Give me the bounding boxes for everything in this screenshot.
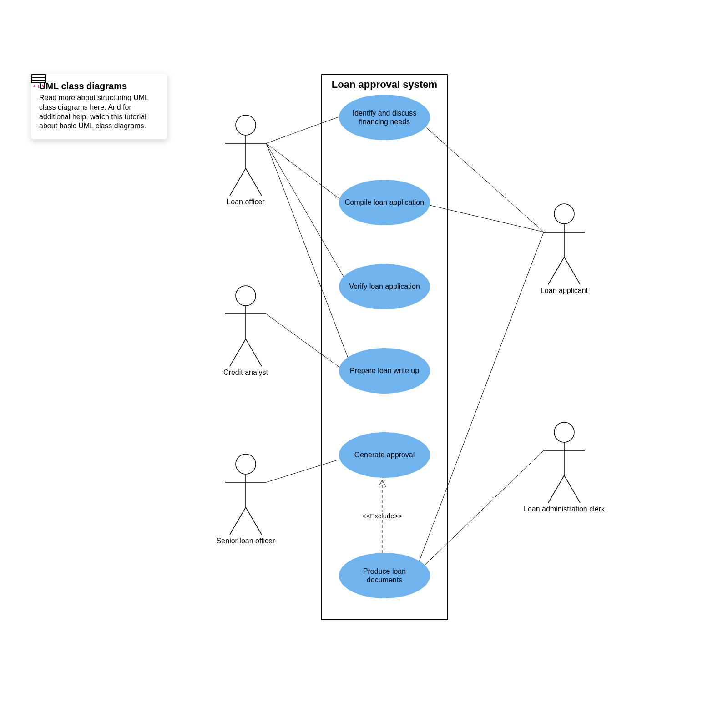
actor-loan-officer-figure — [225, 115, 266, 196]
svg-line-8 — [230, 339, 246, 366]
svg-point-5 — [236, 286, 256, 306]
usecase-verify-application: Verify loan application — [339, 264, 430, 309]
svg-point-0 — [236, 115, 256, 135]
svg-point-20 — [554, 422, 574, 442]
usecase-identify-discuss: Identify and discuss financing needs — [339, 95, 430, 140]
svg-line-18 — [548, 257, 564, 284]
usecase-compile-application: Compile loan application — [339, 180, 430, 225]
usecase-generate-approval: Generate approval — [339, 432, 430, 478]
svg-line-9 — [246, 339, 262, 366]
usecase-prepare-writeup: Prepare loan write up — [339, 348, 430, 394]
callout-body: Read more about structuring UML class di… — [39, 93, 159, 131]
svg-line-14 — [246, 507, 262, 535]
actor-loan-applicant-figure — [544, 204, 585, 284]
callout-title: UML class diagrams — [39, 81, 127, 91]
system-title: Loan approval system — [322, 79, 447, 91]
svg-line-13 — [230, 507, 246, 535]
info-callout-card: UML class diagrams Read more about struc… — [31, 74, 167, 139]
svg-line-23 — [548, 475, 564, 503]
svg-line-19 — [564, 257, 580, 284]
edge-label-exclude: <<Exclude>> — [362, 512, 402, 520]
actor-label-loan-admin-clerk: Loan administration clerk — [514, 505, 614, 513]
svg-rect-29 — [32, 80, 46, 83]
actor-credit-analyst-figure — [225, 286, 266, 366]
svg-point-15 — [554, 204, 574, 224]
svg-line-30 — [34, 85, 35, 87]
actor-label-loan-applicant: Loan applicant — [541, 287, 588, 295]
svg-line-24 — [564, 475, 580, 503]
actor-label-loan-officer: Loan officer — [227, 198, 264, 206]
actor-senior-loan-officer-figure — [225, 454, 266, 535]
svg-line-32 — [42, 85, 44, 87]
system-boundary: Loan approval system — [321, 74, 448, 620]
svg-line-3 — [230, 168, 246, 196]
svg-line-4 — [246, 168, 262, 196]
usecase-produce-documents: Produce loan documents — [339, 553, 430, 598]
actor-label-senior-loan-officer: Senior loan officer — [217, 537, 275, 545]
actor-label-credit-analyst: Credit analyst — [223, 369, 268, 377]
actor-loan-admin-clerk-figure — [544, 422, 585, 503]
svg-point-10 — [236, 454, 256, 474]
